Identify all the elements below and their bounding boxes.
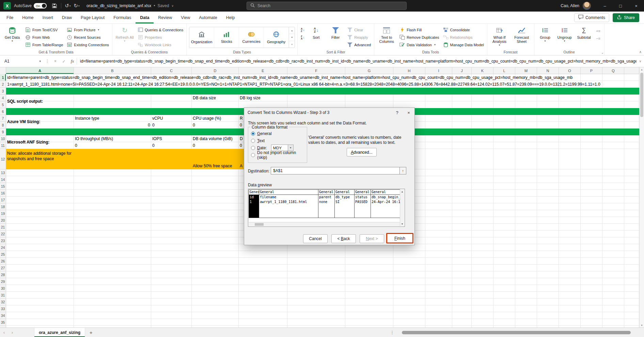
sort-ascending-button[interactable]: AZ↓ <box>300 26 305 33</box>
row-header-13[interactable]: 13 <box>0 169 6 176</box>
preview-cell-r1c6[interactable]: db_snap_begin_ <box>371 195 400 200</box>
sheet-tab-active[interactable]: ora_azure_anf_sizing <box>34 328 85 337</box>
row-header-30[interactable]: 30 <box>0 285 6 292</box>
organization-data-type[interactable]: Organization <box>189 27 214 48</box>
from-picture-button[interactable]: From Picture▾ <box>66 26 110 33</box>
clear-filter-button[interactable]: Clear <box>346 26 372 33</box>
cell-D4[interactable]: DB data size <box>192 95 239 101</box>
cell-D7[interactable]: CPU usage (%) <box>192 115 239 122</box>
excel-logo-icon[interactable]: X <box>3 2 11 10</box>
ribbon-tab-data[interactable]: Data <box>136 12 154 23</box>
row-header-9[interactable]: 9 <box>0 129 6 135</box>
radio-skip-column[interactable]: Do not import column (skip) <box>251 151 304 158</box>
from-table-range-button[interactable]: From Table/Range <box>25 41 64 48</box>
row-header-17[interactable]: 17 <box>0 197 6 203</box>
row-header-18[interactable]: 18 <box>0 203 6 210</box>
row-header-27[interactable]: 27 <box>0 265 6 271</box>
cell-D8[interactable]: 0 <box>192 122 239 129</box>
column-header-P[interactable]: P <box>581 67 602 74</box>
column-header-O[interactable]: O <box>559 67 581 74</box>
outline-dialog-launcher-icon[interactable]: ⌟ <box>601 51 603 54</box>
maximize-button[interactable]: □ <box>613 0 628 12</box>
workbook-links-button[interactable]: Workbook Links <box>137 41 184 48</box>
row-header-14[interactable]: 14 <box>0 176 6 183</box>
comments-button[interactable]: Comments <box>574 13 609 22</box>
row-header-21[interactable]: 21 <box>0 224 6 231</box>
column-header-A[interactable]: A <box>6 67 74 74</box>
preview-cell-r1c3[interactable]: parent <box>318 195 335 200</box>
row-header-19[interactable]: 19 <box>0 210 6 217</box>
column-header-C[interactable]: C <box>151 67 192 74</box>
text-to-columns-button[interactable]: Text to Columns <box>377 24 396 44</box>
cell-D11[interactable]: 0 <box>192 142 239 149</box>
finish-button[interactable]: Finish <box>386 233 413 243</box>
horizontal-scrollbar-thumb[interactable] <box>402 331 631 334</box>
subtotal-button[interactable]: ∑ Subtotal <box>576 24 593 39</box>
group-button[interactable]: Group▾ <box>537 24 554 43</box>
get-data-button[interactable]: Get Data▾ <box>2 24 22 43</box>
reapply-filter-button[interactable]: Reapply <box>346 34 372 41</box>
row-header-31[interactable]: 31 <box>0 292 6 299</box>
collapse-ribbon-icon[interactable]: ∧ <box>639 50 642 54</box>
row-header-34[interactable]: 34 <box>0 312 6 319</box>
preview-cell-r2c2[interactable]: awrrpt_1_1180_1181.html <box>259 200 318 204</box>
cell-B11[interactable]: 0 <box>74 142 151 149</box>
existing-connections-button[interactable]: Existing Connections <box>66 41 110 48</box>
row-header-15[interactable]: 15 <box>0 183 6 190</box>
preview-column-header-1[interactable]: General <box>249 190 259 195</box>
column-header-E[interactable]: E <box>239 67 287 74</box>
preview-cell-r2c6[interactable]: 24-Apr-24 16:1 <box>371 200 400 204</box>
row-header-2[interactable]: 2 <box>0 81 6 88</box>
cancel-button[interactable]: Cancel <box>303 234 328 243</box>
cell-D12[interactable]: Allow 50% free space <box>192 149 239 169</box>
cell-C8[interactable]: 0 <box>151 122 192 129</box>
row-header-33[interactable]: 33 <box>0 305 6 312</box>
select-all-corner[interactable] <box>0 67 6 74</box>
row-header-8[interactable]: 8 <box>0 122 6 129</box>
column-header-I[interactable]: I <box>425 67 452 74</box>
ribbon-tab-automate[interactable]: Automate <box>194 12 222 23</box>
row-header-26[interactable]: 26 <box>0 258 6 265</box>
remove-duplicates-button[interactable]: Remove Duplicates <box>399 34 440 41</box>
cell-D10[interactable]: DB data volume (GiB) <box>192 135 239 142</box>
recent-sources-button[interactable]: Recent Sources <box>66 34 110 41</box>
cell-B8[interactable]: 0 <box>74 122 151 129</box>
radio-general[interactable]: General <box>251 130 304 137</box>
collapse-range-icon[interactable]: ↑ <box>399 167 406 174</box>
cell-C7[interactable]: vCPU <box>151 115 192 122</box>
row-header-20[interactable]: 20 <box>0 217 6 224</box>
cell-C11[interactable]: 0 <box>151 142 192 149</box>
name-box-dropdown-icon[interactable]: ▾ <box>39 60 41 63</box>
column-header-M[interactable]: M <box>515 67 537 74</box>
preview-cell-r1c5[interactable]: status <box>355 195 371 200</box>
ribbon-tab-insert[interactable]: Insert <box>38 12 58 23</box>
undo-button[interactable]: ↺▾ <box>63 1 72 10</box>
what-if-analysis-button[interactable]: ? What-If Analysis▾ <box>490 24 509 47</box>
autosave-switch[interactable]: On <box>34 3 47 9</box>
relationships-button[interactable]: Relationships <box>442 34 485 41</box>
close-button[interactable]: × <box>628 0 644 12</box>
redo-button[interactable]: ↻▾ <box>72 1 81 10</box>
hide-detail-button[interactable]: −≡ <box>595 35 602 42</box>
preview-cell-r1c2[interactable]: filename <box>259 195 318 200</box>
date-format-select[interactable]: MDY ▼ <box>271 145 294 151</box>
ungroup-button[interactable]: Ungroup▾ <box>556 24 573 43</box>
column-header-partial[interactable] <box>624 67 639 74</box>
preview-cell-r1c1[interactable]: id <box>249 195 259 200</box>
vertical-scrollbar-thumb[interactable] <box>640 73 643 117</box>
ribbon-tab-file[interactable]: File <box>2 12 18 23</box>
preview-column-header-2[interactable]: General <box>259 190 318 195</box>
destination-input[interactable]: $A$1 ↑ <box>271 167 406 174</box>
gallery-more-icon[interactable]: ≡ <box>289 41 295 48</box>
formula-input[interactable]: id=filename=parent=db_type=status=db_sna… <box>77 59 637 64</box>
minimize-button[interactable]: – <box>597 0 613 12</box>
row-header-22[interactable]: 22 <box>0 231 6 237</box>
row-header-25[interactable]: 25 <box>0 251 6 258</box>
cell-A12[interactable]: Note: allocate additional storage for sn… <box>6 149 74 169</box>
column-header-N[interactable]: N <box>537 67 559 74</box>
currencies-data-type[interactable]: Currencies <box>239 27 264 48</box>
radio-text[interactable]: Text <box>251 137 304 144</box>
column-header-D[interactable]: D <box>192 67 239 74</box>
ribbon-tab-page-layout[interactable]: Page Layout <box>76 12 109 23</box>
cell-E4[interactable]: DB log size <box>239 95 287 101</box>
